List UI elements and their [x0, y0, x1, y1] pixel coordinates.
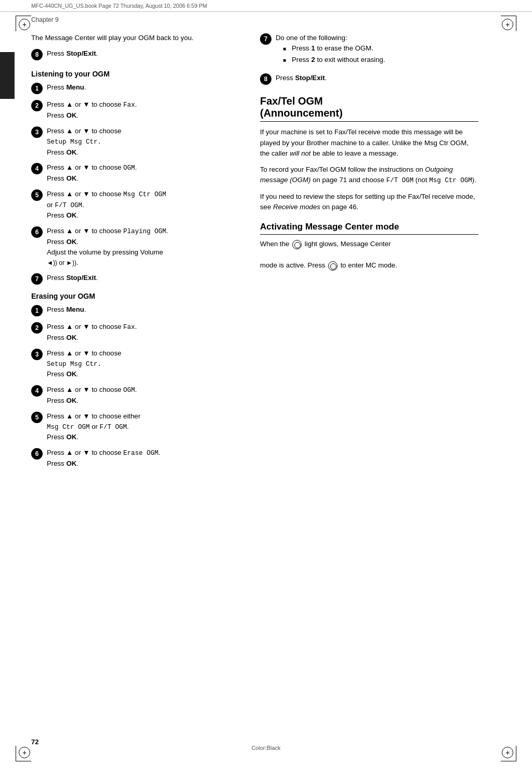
erase-step-2: 2 Press ▲ or ▼ to choose Fax. Press OK.: [31, 322, 239, 343]
listen-step-circle-1: 1: [31, 83, 43, 94]
listen-step-4-content: Press ▲ or ▼ to choose OGM. Press OK.: [47, 162, 137, 184]
step-8-top: 8 Press Stop/Exit.: [31, 48, 239, 60]
top-info-bar: MFC-440CN_UG_US.book Page 72 Thursday, A…: [0, 0, 532, 12]
fax-tel-para1: If your machine is set to Fax/Tel receiv…: [260, 127, 478, 159]
right-step-7-content: Do one of the following: ■ Press 1 to er…: [276, 33, 385, 68]
erase-step-circle-5: 5: [31, 412, 43, 423]
page: MFC-440CN_UG_US.book Page 72 Thursday, A…: [0, 0, 532, 777]
erase-step-circle-1: 1: [31, 305, 43, 316]
erase-step-6: 6 Press ▲ or ▼ to choose Erase OGM. Pres…: [31, 448, 239, 469]
activating-heading: Activating Message Center mode: [260, 222, 478, 235]
bullet-2: ■ Press 2 to exit without erasing.: [283, 55, 385, 65]
mc-button-icon-1: [292, 240, 302, 249]
reg-circle-tl: [19, 19, 30, 30]
listen-step-5-content: Press ▲ or ▼ to choose Msg Ctr OGM or F/…: [47, 189, 166, 221]
footer-colorbar: Color:Black: [0, 745, 532, 751]
listen-step-5: 5 Press ▲ or ▼ to choose Msg Ctr OGM or …: [31, 189, 239, 221]
listening-heading: Listening to your OGM: [31, 70, 239, 78]
left-column: The Message Center will play your OGM ba…: [31, 33, 255, 474]
listen-step-6-content: Press ▲ or ▼ to choose Playing OGM. Pres…: [47, 226, 168, 268]
listen-step-circle-3: 3: [31, 126, 43, 138]
erase-step-4: 4 Press ▲ or ▼ to choose OGM. Press OK.: [31, 385, 239, 406]
main-content: The Message Center will play your OGM ba…: [31, 28, 501, 474]
intro-para: The Message Center will play your OGM ba…: [31, 33, 239, 43]
bullet-1: ■ Press 1 to erase the OGM.: [283, 43, 385, 54]
erase-heading: Erasing your OGM: [31, 292, 239, 300]
listen-step-2-content: Press ▲ or ▼ to choose Fax. Press OK.: [47, 99, 137, 121]
right-step-8-content: Press Stop/Exit.: [276, 73, 327, 83]
listen-step-3: 3 Press ▲ or ▼ to choose Setup Msg Ctr. …: [31, 126, 239, 157]
right-step-circle-8: 8: [260, 73, 271, 85]
listen-step-circle-4: 4: [31, 163, 43, 174]
listen-step-circle-6: 6: [31, 226, 43, 238]
erase-step-1: 1 Press Menu.: [31, 304, 239, 316]
listen-step-3-content: Press ▲ or ▼ to choose Setup Msg Ctr. Pr…: [47, 126, 121, 157]
file-info-text: MFC-440CN_UG_US.book Page 72 Thursday, A…: [31, 3, 207, 9]
bullet-sq-2: ■: [283, 56, 289, 64]
erase-step-5: 5 Press ▲ or ▼ to choose either Msg Ctr …: [31, 411, 239, 442]
reg-circle-tr: [502, 19, 513, 30]
volume-icons: ◄)) or ►)): [47, 259, 76, 266]
right-step-8: 8 Press Stop/Exit.: [260, 73, 478, 85]
erase-step-circle-2: 2: [31, 322, 43, 334]
erase-step-3: 3 Press ▲ or ▼ to choose Setup Msg Ctr. …: [31, 348, 239, 379]
bullet-1-text: Press 1 to erase the OGM.: [292, 43, 373, 54]
bullet-sq-1: ■: [283, 45, 289, 53]
right-column: 7 Do one of the following: ■ Press 1 to …: [255, 33, 478, 474]
stop-exit-label-top: Stop/Exit: [66, 49, 96, 57]
listen-step-7-content: Press Stop/Exit.: [47, 273, 98, 283]
fax-tel-para2: To record your Fax/Tel OGM follow the in…: [260, 164, 478, 186]
erase-step-circle-4: 4: [31, 385, 43, 397]
step-circle-8-top: 8: [31, 49, 43, 60]
listen-step-6: 6 Press ▲ or ▼ to choose Playing OGM. Pr…: [31, 226, 239, 268]
bullet-2-text: Press 2 to exit without erasing.: [292, 55, 385, 65]
step-8-top-content: Press Stop/Exit.: [47, 48, 98, 59]
erase-step-5-content: Press ▲ or ▼ to choose either Msg Ctr OG…: [47, 411, 140, 442]
listen-step-7: 7 Press Stop/Exit.: [31, 273, 239, 285]
erase-step-circle-6: 6: [31, 448, 43, 460]
left-tab: [0, 52, 15, 99]
listen-step-1: 1 Press Menu.: [31, 82, 239, 94]
right-step-7: 7 Do one of the following: ■ Press 1 to …: [260, 33, 478, 68]
chapter-label: Chapter 9: [31, 12, 532, 28]
listen-step-circle-5: 5: [31, 189, 43, 201]
erase-step-circle-3: 3: [31, 349, 43, 360]
activating-para: When the light glows, Message Center mod…: [260, 239, 478, 271]
mc-button-icon-2: [328, 261, 338, 271]
erase-step-1-content: Press Menu.: [47, 304, 86, 315]
erase-step-2-content: Press ▲ or ▼ to choose Fax. Press OK.: [47, 322, 137, 343]
erase-step-3-content: Press ▲ or ▼ to choose Setup Msg Ctr. Pr…: [47, 348, 121, 379]
listen-step-4: 4 Press ▲ or ▼ to choose OGM. Press OK.: [31, 162, 239, 184]
listen-step-circle-2: 2: [31, 100, 43, 111]
listen-step-circle-7: 7: [31, 273, 43, 285]
listen-step-1-content: Press Menu.: [47, 82, 86, 93]
step7-bullets: ■ Press 1 to erase the OGM. ■ Press 2 to…: [283, 43, 385, 65]
listen-step-2: 2 Press ▲ or ▼ to choose Fax. Press OK.: [31, 99, 239, 121]
fax-tel-heading: Fax/Tel OGM(Announcement): [260, 95, 478, 122]
erase-step-6-content: Press ▲ or ▼ to choose Erase OGM. Press …: [47, 448, 160, 469]
erase-step-4-content: Press ▲ or ▼ to choose OGM. Press OK.: [47, 385, 137, 406]
right-step-circle-7: 7: [260, 33, 271, 45]
fax-tel-para3: If you need to review the steps for sett…: [260, 192, 478, 213]
